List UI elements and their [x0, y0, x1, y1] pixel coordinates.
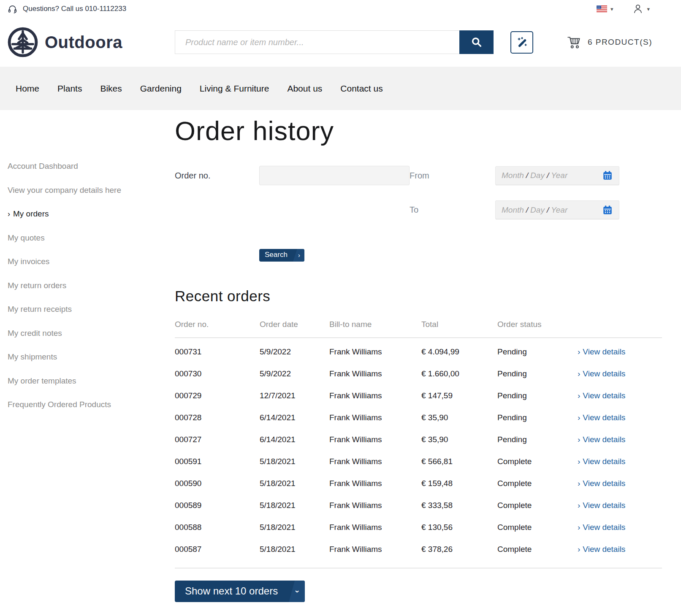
- us-flag-icon: [597, 5, 607, 12]
- view-details-link[interactable]: ›View details: [578, 435, 662, 444]
- chevron-right-icon: ›: [8, 210, 10, 218]
- sidebar-item[interactable]: ›My quotes: [8, 233, 175, 243]
- from-date-input[interactable]: Month / Day / Year: [495, 166, 619, 185]
- to-date-input[interactable]: Month / Day / Year: [495, 200, 619, 219]
- order-status-cell: Pending: [497, 369, 578, 378]
- order-date-cell: 6/14/2021: [260, 413, 329, 422]
- view-details-link[interactable]: ›View details: [578, 545, 662, 554]
- total-cell: € 378,26: [421, 545, 497, 554]
- calendar-icon[interactable]: [602, 170, 613, 181]
- view-details-link[interactable]: ›View details: [578, 457, 662, 466]
- language-selector[interactable]: ▾: [597, 5, 613, 12]
- chevron-right-icon: ›: [578, 435, 580, 444]
- sidebar-item[interactable]: ›My order templates: [8, 376, 175, 386]
- order-no-input[interactable]: [259, 166, 410, 185]
- view-details-link[interactable]: ›View details: [578, 523, 662, 532]
- view-details-link[interactable]: ›View details: [578, 413, 662, 422]
- nav-item[interactable]: Gardening: [140, 84, 182, 94]
- sidebar-item[interactable]: ›My orders: [8, 209, 175, 219]
- order-no-cell: 000728: [175, 413, 260, 422]
- caret-down-icon: ▾: [610, 6, 613, 12]
- total-cell: € 147,59: [421, 391, 497, 400]
- chevron-right-icon: ›: [578, 523, 580, 532]
- order-row: 000731 5/9/2022 Frank Williams € 4.094,9…: [175, 338, 662, 363]
- order-no-label: Order no.: [175, 171, 259, 181]
- header: Outdoora: [0, 18, 681, 67]
- sidebar-item[interactable]: ›View your company details here: [8, 186, 175, 195]
- view-details-link[interactable]: ›View details: [578, 369, 662, 378]
- bill-to-name-cell: Frank Williams: [329, 501, 421, 510]
- sidebar-item[interactable]: ›My return receipts: [8, 305, 175, 314]
- total-cell: € 566,81: [421, 457, 497, 466]
- total-cell: € 1.660,00: [421, 369, 497, 378]
- view-details-link[interactable]: ›View details: [578, 501, 662, 510]
- sidebar-item[interactable]: ›My shipments: [8, 352, 175, 362]
- calendar-icon[interactable]: [602, 205, 613, 216]
- search-icon: [471, 36, 483, 48]
- order-date-cell: 5/18/2021: [260, 523, 329, 532]
- main-nav: Home Plants Bikes Gardening Living & Fur…: [0, 67, 681, 110]
- bill-to-name-cell: Frank Williams: [329, 391, 421, 400]
- search-button[interactable]: [459, 30, 494, 54]
- total-cell: € 333,58: [421, 501, 497, 510]
- sidebar-item[interactable]: ›Frequently Ordered Products: [8, 400, 175, 409]
- filter-row-1: Order no. From Month / Day / Year: [175, 166, 662, 185]
- order-row: 000588 5/18/2021 Frank Williams € 130,56…: [175, 516, 662, 538]
- bill-to-name-cell: Frank Williams: [329, 523, 421, 532]
- bill-to-name-cell: Frank Williams: [329, 369, 421, 378]
- sidebar-item[interactable]: ›Account Dashboard: [8, 162, 175, 171]
- topbar: Questions? Call us 010-1112233: [0, 0, 681, 18]
- from-label: From: [410, 171, 495, 181]
- total-cell: € 4.094,99: [421, 347, 497, 357]
- orders-table-body: 000731 5/9/2022 Frank Williams € 4.094,9…: [175, 338, 662, 568]
- total-cell: € 159,48: [421, 479, 497, 488]
- show-next-orders-button[interactable]: Show next 10 orders ›: [175, 581, 305, 602]
- order-no-cell: 000589: [175, 501, 260, 510]
- nav-item[interactable]: About us: [287, 84, 322, 94]
- order-status-cell: Complete: [497, 479, 578, 488]
- order-no-cell: 000591: [175, 457, 260, 466]
- col-order-no: Order no.: [175, 320, 260, 329]
- order-no-cell: 000588: [175, 523, 260, 532]
- order-no-cell: 000731: [175, 347, 260, 357]
- bill-to-name-cell: Frank Williams: [329, 457, 421, 466]
- filter-row-2: To Month / Day / Year: [175, 200, 662, 219]
- nav-item[interactable]: Home: [16, 84, 39, 94]
- account-menu[interactable]: ▾: [632, 3, 650, 14]
- sidebar-item[interactable]: ›My return orders: [8, 281, 175, 290]
- chevron-right-icon: ›: [578, 391, 580, 400]
- view-details-link[interactable]: ›View details: [578, 391, 662, 400]
- sidebar-item[interactable]: ›My invoices: [8, 257, 175, 266]
- nav-item[interactable]: Bikes: [100, 84, 122, 94]
- order-no-cell: 000727: [175, 435, 260, 444]
- bill-to-name-cell: Frank Williams: [329, 435, 421, 444]
- order-status-cell: Complete: [497, 523, 578, 532]
- view-details-link[interactable]: ›View details: [578, 479, 662, 488]
- bill-to-name-cell: Frank Williams: [329, 545, 421, 554]
- cart-button[interactable]: 6 PRODUCT(S): [567, 35, 652, 49]
- bill-to-name-cell: Frank Williams: [329, 413, 421, 422]
- chevron-down-icon: ›: [289, 581, 305, 602]
- brand[interactable]: Outdoora: [7, 26, 175, 58]
- chevron-right-icon: ›: [578, 479, 580, 488]
- order-date-cell: 5/9/2022: [260, 369, 329, 378]
- order-status-cell: Complete: [497, 457, 578, 466]
- order-row: 000730 5/9/2022 Frank Williams € 1.660,0…: [175, 363, 662, 385]
- search-submit-button[interactable]: Search ›: [259, 249, 304, 262]
- headset-icon: [8, 4, 17, 14]
- nav-item[interactable]: Plants: [57, 84, 82, 94]
- chevron-right-icon: ›: [293, 249, 304, 262]
- order-no-cell: 000587: [175, 545, 260, 554]
- caret-down-icon: ▾: [647, 6, 650, 12]
- sidebar-item[interactable]: ›My credit notes: [8, 329, 175, 338]
- order-date-cell: 12/7/2021: [260, 391, 329, 400]
- order-no-cell: 000590: [175, 479, 260, 488]
- nav-item[interactable]: Living & Furniture: [200, 84, 269, 94]
- view-details-link[interactable]: ›View details: [578, 347, 662, 357]
- search-input[interactable]: [175, 30, 459, 54]
- order-date-cell: 5/18/2021: [260, 457, 329, 466]
- orders-table-header: Order no. Order date Bill-to name Total …: [175, 320, 662, 338]
- quick-order-wand-button[interactable]: [510, 31, 533, 54]
- brand-name: Outdoora: [45, 33, 122, 52]
- nav-item[interactable]: Contact us: [340, 84, 383, 94]
